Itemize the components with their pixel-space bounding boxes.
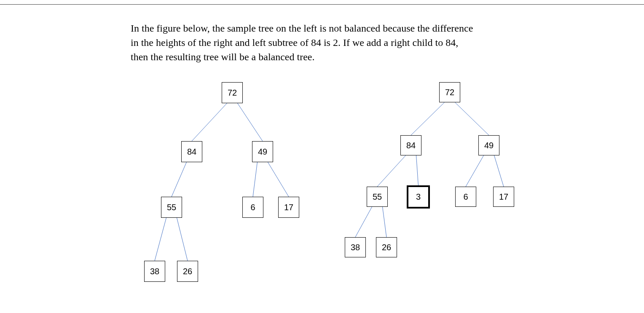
edge-R49-R6 xyxy=(466,155,484,187)
edge-L49-L6 xyxy=(253,162,258,197)
tree-node-R38: 38 xyxy=(345,237,366,257)
edge-L55-L38 xyxy=(155,218,166,261)
edge-L72-L49 xyxy=(238,103,263,141)
tree-node-R17: 17 xyxy=(493,187,514,207)
edge-L84-L55 xyxy=(172,162,187,197)
tree-node-L6: 6 xyxy=(242,197,263,218)
edge-L55-L26 xyxy=(177,218,188,261)
edge-L72-L84 xyxy=(192,103,227,141)
tree-node-R49: 49 xyxy=(478,135,499,155)
tree-node-L72: 72 xyxy=(222,82,243,103)
tree-diagram: 7284495561738267284495536173826 xyxy=(131,78,535,313)
tree-node-L49: 49 xyxy=(252,141,273,162)
tree-node-R26: 26 xyxy=(376,237,397,257)
tree-node-R6: 6 xyxy=(455,187,476,207)
tree-node-R84: 84 xyxy=(400,135,421,155)
tree-node-L55: 55 xyxy=(161,197,182,218)
page: In the figure below, the sample tree on … xyxy=(0,0,644,313)
edge-R72-R84 xyxy=(411,102,445,135)
edge-L49-L17 xyxy=(268,162,289,197)
edge-R55-R26 xyxy=(383,207,387,237)
tree-node-R55: 55 xyxy=(367,187,388,207)
top-rule xyxy=(0,4,644,5)
edge-R72-R49 xyxy=(455,102,489,135)
edge-R84-R55 xyxy=(377,155,406,187)
description-paragraph: In the figure below, the sample tree on … xyxy=(131,21,476,64)
edge-R55-R38 xyxy=(355,207,372,237)
tree-node-R3: 3 xyxy=(407,185,430,209)
edge-R49-R17 xyxy=(494,155,504,187)
tree-node-L17: 17 xyxy=(278,197,299,218)
tree-node-L26: 26 xyxy=(177,261,198,282)
tree-node-L38: 38 xyxy=(144,261,165,282)
tree-node-L84: 84 xyxy=(181,141,202,162)
tree-node-R72: 72 xyxy=(439,82,460,102)
edge-R84-R3 xyxy=(416,155,419,185)
